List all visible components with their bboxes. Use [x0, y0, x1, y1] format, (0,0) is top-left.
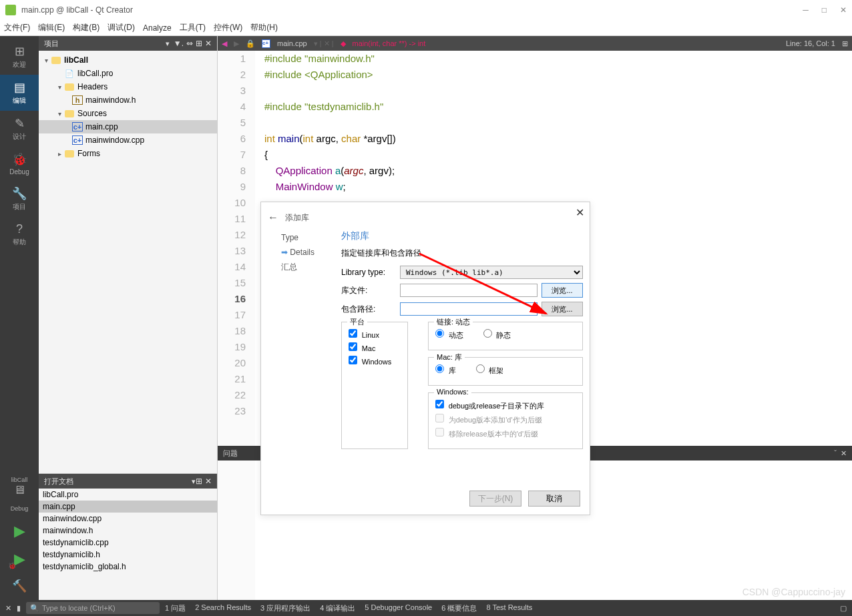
- mac-framework[interactable]: 框架: [476, 364, 504, 376]
- lib-file-input[interactable]: [400, 284, 538, 297]
- status-tab[interactable]: 5 Debugger Console: [365, 603, 432, 613]
- next-button[interactable]: 下一步(N): [469, 491, 521, 507]
- mac-lib[interactable]: 库: [435, 364, 456, 376]
- search-icon: 🔍: [30, 604, 39, 613]
- menu-build[interactable]: 构建(B): [73, 22, 99, 33]
- menu-file[interactable]: 文件(F): [4, 22, 30, 33]
- lib-type-label: Library type:: [341, 268, 400, 277]
- link-dynamic[interactable]: 动态: [435, 329, 463, 340]
- menu-widgets[interactable]: 控件(W): [214, 22, 242, 33]
- project-panel-header: 项目 ▾ ▼.⇔⊞✕: [39, 36, 217, 51]
- side-panel: 项目 ▾ ▼.⇔⊞✕ ▾libCall 📄libCall.pro ▾Header…: [39, 36, 218, 600]
- include-path-label: 包含路径:: [341, 304, 400, 315]
- tree-forms[interactable]: ▸Forms: [39, 147, 217, 160]
- close-panel-icon[interactable]: ✕: [205, 39, 212, 48]
- mode-design[interactable]: ✎设计: [0, 111, 39, 147]
- mode-debug[interactable]: 🐞Debug: [0, 147, 39, 181]
- platform-mac[interactable]: Mac: [349, 342, 401, 353]
- browse-include-button[interactable]: 浏览...: [542, 302, 583, 316]
- mode-edit[interactable]: ▤编辑: [0, 75, 39, 111]
- mode-welcome[interactable]: ⊞欢迎: [0, 39, 39, 75]
- dialog-title: 添加库: [285, 212, 309, 224]
- status-tab[interactable]: 6 概要信息: [441, 603, 477, 613]
- nav-fwd-icon[interactable]: ▶: [234, 39, 239, 48]
- open-docs-panel: 打开文档▾⊞✕ libCall.promain.cppmainwindow.cp…: [39, 473, 217, 600]
- tree-sources[interactable]: ▾Sources: [39, 107, 217, 120]
- cancel-button[interactable]: 取消: [528, 491, 580, 507]
- cursor-position: Line: 16, Col: 1: [786, 39, 835, 47]
- step-details: Details: [281, 245, 335, 260]
- run-button[interactable]: ▶: [14, 517, 25, 545]
- split-icon[interactable]: ⊞: [196, 39, 202, 48]
- project-tree[interactable]: ▾libCall 📄libCall.pro ▾Headers hmainwind…: [39, 51, 217, 473]
- lib-file-label: 库文件:: [341, 285, 400, 296]
- include-path-input[interactable]: [400, 302, 538, 316]
- menu-help[interactable]: 帮助(H): [250, 22, 278, 33]
- editor-func-crumb[interactable]: main(int, char **) -> int: [353, 39, 426, 47]
- menu-analyze[interactable]: Analyze: [143, 23, 172, 33]
- menu-debug[interactable]: 调试(D): [108, 22, 135, 33]
- tree-source-mainwindow[interactable]: c+mainwindow.cpp: [39, 133, 217, 147]
- nav-back-icon[interactable]: ◀: [222, 39, 227, 48]
- open-doc-item[interactable]: testdynamiclib_global.h: [39, 561, 217, 573]
- open-doc-item[interactable]: testdynamiclib.h: [39, 549, 217, 561]
- win-opt3[interactable]: 移除release版本中的'd'后缀: [435, 428, 576, 439]
- open-doc-item[interactable]: mainwindow.cpp: [39, 513, 217, 525]
- platform-windows[interactable]: Windows: [349, 356, 401, 366]
- split-icon[interactable]: ⊞: [196, 477, 202, 486]
- window-title: main.cpp @ libCall - Qt Creator: [21, 5, 133, 15]
- menu-tools[interactable]: 工具(T): [180, 22, 206, 33]
- status-tab[interactable]: 2 Search Results: [195, 603, 251, 613]
- win-opt1[interactable]: debug或release子目录下的库: [435, 400, 576, 411]
- titlebar: main.cpp @ libCall - Qt Creator ─ □ ✕: [0, 0, 852, 20]
- build-button[interactable]: 🔨: [0, 573, 39, 600]
- tree-pro-file[interactable]: 📄libCall.pro: [39, 67, 217, 80]
- menu-edit[interactable]: 编辑(E): [38, 22, 65, 33]
- split-editor-icon[interactable]: ⊞: [842, 39, 848, 48]
- editor-file-crumb[interactable]: main.cpp: [277, 39, 307, 47]
- open-doc-item[interactable]: libCall.pro: [39, 489, 217, 501]
- maximize-icon[interactable]: □: [822, 5, 827, 15]
- statusbar: ✕ ▮ 🔍Type to locate (Ctrl+K) 1 问题2 Searc…: [0, 600, 852, 616]
- platform-linux[interactable]: Linux: [349, 329, 401, 340]
- open-doc-item[interactable]: mainwindow.h: [39, 525, 217, 537]
- tree-source-main[interactable]: c+main.cpp: [39, 120, 217, 133]
- status-tab[interactable]: 1 问题: [165, 603, 186, 613]
- link-icon[interactable]: ⇔: [186, 39, 193, 48]
- expand-icon[interactable]: ˇ: [834, 449, 837, 458]
- browse-lib-button[interactable]: 浏览...: [542, 283, 583, 298]
- toggle-sidebar-icon[interactable]: ▮: [17, 604, 21, 613]
- status-tab[interactable]: 3 应用程序输出: [260, 603, 310, 613]
- close-pane-icon[interactable]: ✕: [841, 449, 847, 458]
- tree-root[interactable]: ▾libCall: [39, 53, 217, 67]
- windows-group: Windows: debug或release子目录下的库 为debug版本添加'…: [428, 392, 583, 449]
- filter-icon[interactable]: ▼.: [174, 39, 184, 48]
- kit-selector[interactable]: libCall🖥Debug: [0, 471, 39, 517]
- close-panel-icon[interactable]: ✕: [205, 477, 212, 486]
- dialog-close-icon[interactable]: ✕: [576, 206, 584, 219]
- lib-type-select[interactable]: Windows (*.lib lib*.a): [400, 266, 583, 279]
- back-arrow-icon[interactable]: ←: [268, 212, 278, 224]
- add-library-dialog: ✕ ←添加库 Type Details 汇总 外部库 指定链接库和包含路径 Li…: [260, 202, 590, 515]
- platform-group: 平台 Linux Mac Windows: [341, 322, 408, 449]
- close-output-icon[interactable]: ✕: [5, 604, 11, 613]
- minimize-icon[interactable]: ─: [803, 5, 809, 15]
- run-debug-button[interactable]: ▶🐞: [14, 545, 25, 573]
- locator-input[interactable]: 🔍Type to locate (Ctrl+K): [26, 602, 160, 614]
- link-static[interactable]: 静态: [483, 329, 511, 340]
- mode-help[interactable]: ?帮助: [0, 217, 39, 252]
- progress-icon[interactable]: ▢: [840, 604, 847, 613]
- win-opt2[interactable]: 为debug版本添加'd'作为后缀: [435, 414, 576, 425]
- open-doc-item[interactable]: main.cpp: [39, 501, 217, 513]
- tree-header-file[interactable]: hmainwindow.h: [39, 93, 217, 107]
- mode-projects[interactable]: 🔧项目: [0, 181, 39, 217]
- watermark: CSDN @Cappuccino-jay: [742, 587, 845, 597]
- lock-icon[interactable]: 🔒: [246, 39, 255, 48]
- tree-headers[interactable]: ▾Headers: [39, 80, 217, 93]
- status-tab[interactable]: 8 Test Results: [486, 603, 532, 613]
- dialog-subtitle: 指定链接库和包含路径: [341, 248, 583, 259]
- status-tab[interactable]: 4 编译输出: [320, 603, 355, 613]
- open-doc-item[interactable]: testdynamiclib.cpp: [39, 537, 217, 549]
- close-icon[interactable]: ✕: [840, 5, 847, 15]
- wizard-steps: Type Details 汇总: [281, 230, 335, 449]
